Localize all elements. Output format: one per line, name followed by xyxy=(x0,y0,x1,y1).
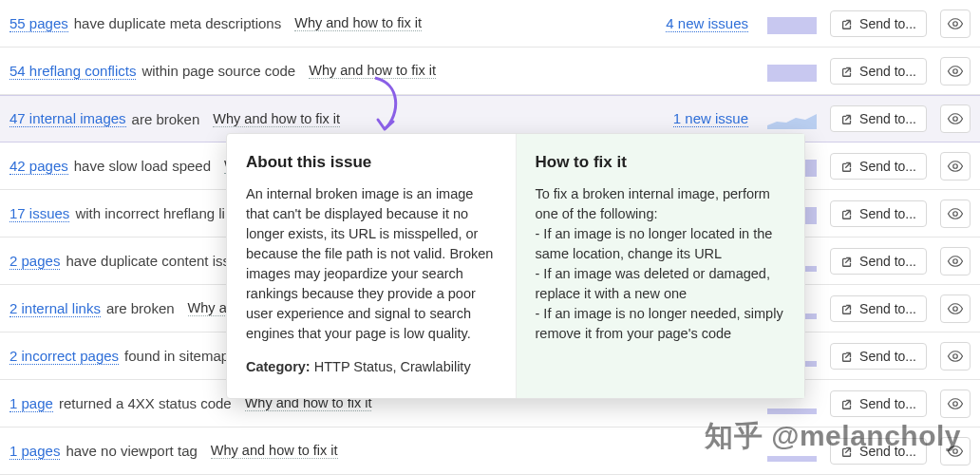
howto-body: To fix a broken internal image, perform … xyxy=(536,184,786,344)
issue-text: are broken xyxy=(132,111,200,127)
issue-description: 2 internal links are broken xyxy=(9,300,175,317)
svg-point-13 xyxy=(953,306,958,311)
eye-icon xyxy=(947,63,964,80)
eye-icon xyxy=(947,395,964,412)
issue-description: 17 issues with incorrect hreflang links xyxy=(9,205,247,222)
why-fix-link[interactable]: Why and how to fix it xyxy=(294,15,422,31)
issue-text: are broken xyxy=(106,300,175,316)
hide-issue-button[interactable] xyxy=(940,294,971,323)
share-icon xyxy=(840,160,854,173)
hide-issue-button[interactable] xyxy=(940,104,971,133)
sparkline-bar xyxy=(767,13,817,34)
issue-count-link[interactable]: 1 page xyxy=(9,395,53,412)
svg-rect-16 xyxy=(767,408,817,414)
send-to-button[interactable]: Send to... xyxy=(830,10,927,37)
eye-icon xyxy=(947,110,964,127)
send-to-label: Send to... xyxy=(859,349,916,364)
new-issues-link[interactable]: 4 new issues xyxy=(666,15,748,32)
issue-text: have slow load speed xyxy=(74,158,211,174)
send-to-label: Send to... xyxy=(859,111,916,126)
eye-icon xyxy=(947,300,964,317)
svg-rect-0 xyxy=(767,17,817,34)
category-value: HTTP Status, Crawlability xyxy=(311,359,471,374)
new-issues-link[interactable]: 1 new issue xyxy=(673,110,748,127)
hide-issue-button[interactable] xyxy=(940,437,971,466)
svg-point-9 xyxy=(953,211,958,216)
issue-description: 42 pages have slow load speed xyxy=(9,158,211,175)
issue-row: 54 hreflang conflicts within page source… xyxy=(0,48,980,95)
svg-rect-18 xyxy=(767,456,817,462)
share-icon xyxy=(840,445,854,458)
send-to-button[interactable]: Send to... xyxy=(830,343,927,370)
issue-count-link[interactable]: 55 pages xyxy=(9,15,68,32)
svg-rect-2 xyxy=(767,65,817,82)
why-fix-link[interactable]: Why and how to fix it xyxy=(213,111,340,127)
hide-issue-button[interactable] xyxy=(940,152,971,180)
share-icon xyxy=(840,255,854,268)
hide-issue-button[interactable] xyxy=(940,200,971,228)
issue-description: 2 incorrect pages found in sitemap.xml xyxy=(9,348,255,365)
svg-point-1 xyxy=(953,21,958,26)
issue-count-link[interactable]: 42 pages xyxy=(9,158,68,175)
eye-icon xyxy=(947,443,964,460)
hide-issue-button[interactable] xyxy=(940,10,971,38)
issue-count-link[interactable]: 1 pages xyxy=(9,443,60,460)
send-to-button[interactable]: Send to... xyxy=(830,438,927,465)
send-to-button[interactable]: Send to... xyxy=(830,105,927,132)
category-label: Category: xyxy=(246,359,311,374)
svg-marker-4 xyxy=(767,114,817,129)
eye-icon xyxy=(947,348,964,365)
sparkline-area xyxy=(767,108,817,129)
issue-text: have duplicate content issues xyxy=(66,253,253,269)
issue-description: 2 pages have duplicate content issues xyxy=(9,253,253,270)
share-icon xyxy=(840,397,854,410)
about-title: About this issue xyxy=(246,151,497,175)
sparkline-bar xyxy=(767,61,817,82)
issue-count-link[interactable]: 2 internal links xyxy=(9,300,101,317)
eye-icon xyxy=(947,253,964,270)
svg-point-11 xyxy=(953,258,958,263)
eye-icon xyxy=(947,205,964,222)
hide-issue-button[interactable] xyxy=(940,390,971,418)
send-to-button[interactable]: Send to... xyxy=(830,390,927,417)
eye-icon xyxy=(947,158,964,175)
svg-point-17 xyxy=(953,401,958,406)
issue-description: 1 page returned a 4XX status code xyxy=(9,395,232,412)
why-fix-link[interactable]: Why and how to fix it xyxy=(211,443,338,459)
issue-detail-popover: About this issue An internal broken imag… xyxy=(226,133,805,399)
send-to-button[interactable]: Send to... xyxy=(830,58,927,85)
issue-text: returned a 4XX status code xyxy=(59,395,232,411)
issue-text: have duplicate meta descriptions xyxy=(74,15,281,31)
why-fix-link[interactable]: Why and how to fix it xyxy=(309,63,436,79)
hide-issue-button[interactable] xyxy=(940,247,971,276)
send-to-label: Send to... xyxy=(859,159,916,174)
issue-text: with incorrect hreflang links xyxy=(75,205,247,221)
issue-description: 1 pages have no viewport tag xyxy=(9,443,198,460)
send-to-button[interactable]: Send to... xyxy=(830,248,927,275)
issue-count-link[interactable]: 54 hreflang conflicts xyxy=(9,63,136,80)
svg-point-7 xyxy=(953,163,958,168)
issue-row: 55 pages have duplicate meta description… xyxy=(0,0,980,48)
issue-count-link[interactable]: 2 pages xyxy=(9,253,60,270)
eye-icon xyxy=(947,15,964,32)
hide-issue-button[interactable] xyxy=(940,57,971,86)
issue-description: 55 pages have duplicate meta description… xyxy=(9,15,281,32)
svg-point-19 xyxy=(953,448,958,453)
svg-point-5 xyxy=(953,117,958,122)
send-to-label: Send to... xyxy=(859,444,916,459)
hide-issue-button[interactable] xyxy=(940,342,971,370)
about-body: An internal broken image is an image tha… xyxy=(246,184,497,344)
send-to-button[interactable]: Send to... xyxy=(830,200,927,227)
share-icon xyxy=(840,65,854,78)
issue-count-link[interactable]: 17 issues xyxy=(9,205,69,222)
issue-text: have no viewport tag xyxy=(66,443,197,459)
send-to-button[interactable]: Send to... xyxy=(830,153,927,180)
send-to-label: Send to... xyxy=(859,64,916,79)
issue-count-link[interactable]: 2 incorrect pages xyxy=(9,348,119,365)
send-to-button[interactable]: Send to... xyxy=(830,295,927,322)
send-to-label: Send to... xyxy=(859,301,916,316)
issue-count-link[interactable]: 47 internal images xyxy=(9,110,126,127)
send-to-label: Send to... xyxy=(859,206,916,221)
issue-row: 1 pages have no viewport tagWhy and how … xyxy=(0,428,980,475)
howto-title: How to fix it xyxy=(536,151,786,175)
